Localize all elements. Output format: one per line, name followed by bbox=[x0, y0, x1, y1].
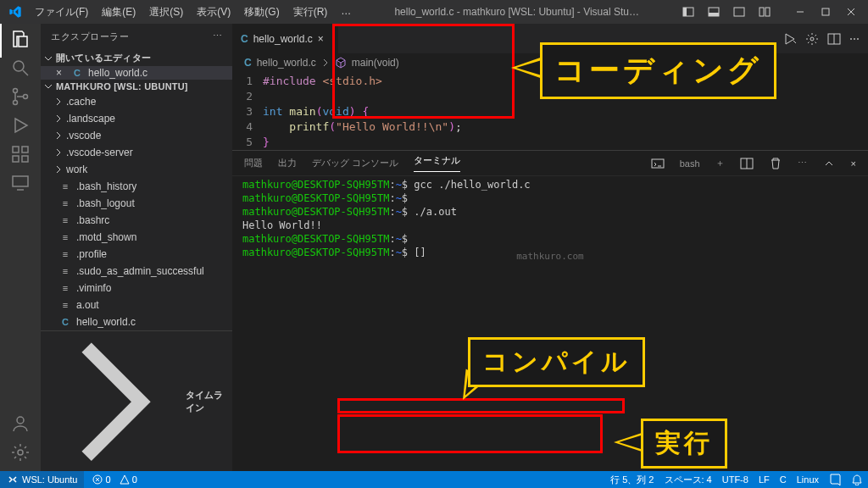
terminal[interactable]: mathkuro@DESKTOP-SQH95TM:~$ gcc ./hello_… bbox=[232, 176, 868, 265]
open-editor-item[interactable]: × C hello_world.c bbox=[41, 66, 232, 80]
bell-icon[interactable] bbox=[851, 474, 863, 485]
folder-item[interactable]: .landscape bbox=[41, 110, 232, 127]
timeline-section[interactable]: タイムライン bbox=[41, 330, 232, 473]
tab-label: hello_world.c bbox=[253, 33, 313, 45]
file-item[interactable]: ≡.profile bbox=[41, 246, 232, 263]
chevron-right-icon bbox=[54, 97, 63, 106]
status-warnings[interactable]: 0 bbox=[120, 474, 137, 485]
panel-tab-debug-console[interactable]: デバッグ コンソール bbox=[312, 157, 398, 169]
terminal-add-icon[interactable]: ＋ bbox=[715, 157, 725, 169]
search-icon[interactable] bbox=[10, 58, 31, 78]
tab-hello-world[interactable]: C hello_world.c × bbox=[232, 24, 339, 53]
gear-icon[interactable] bbox=[10, 442, 31, 463]
layout-customize-icon[interactable] bbox=[753, 3, 776, 20]
folder-item[interactable]: work bbox=[41, 161, 232, 178]
feedback-icon[interactable] bbox=[829, 474, 841, 485]
status-errors[interactable]: 0 bbox=[92, 474, 110, 485]
explorer-more-icon[interactable]: ⋯ bbox=[213, 30, 223, 43]
panel-tab-problems[interactable]: 問題 bbox=[244, 157, 263, 169]
close-icon[interactable]: × bbox=[318, 33, 330, 45]
layout-panel-bottom-icon[interactable] bbox=[702, 3, 726, 20]
svg-point-14 bbox=[14, 101, 18, 105]
svg-rect-19 bbox=[22, 147, 28, 152]
file-item[interactable]: ≡.motd_shown bbox=[41, 229, 232, 246]
breadcrumb-file: hello_world.c bbox=[257, 57, 316, 69]
status-bar: WSL: Ubuntu 0 0 行 5、列 2 スペース: 4 UTF-8 LF… bbox=[0, 471, 868, 488]
svg-point-23 bbox=[18, 450, 23, 455]
editor-more-icon[interactable]: ⋯ bbox=[849, 33, 860, 45]
run-debug-icon[interactable] bbox=[10, 115, 31, 136]
menu-select[interactable]: 選択(S) bbox=[143, 3, 189, 21]
activity-bar bbox=[0, 24, 41, 471]
window-close-icon[interactable] bbox=[839, 3, 863, 20]
folder-item[interactable]: .cache bbox=[41, 93, 232, 110]
menu-view[interactable]: 表示(V) bbox=[191, 3, 236, 21]
svg-point-13 bbox=[14, 89, 18, 93]
workspace-section[interactable]: MATHKURO [WSL: UBUNTU] bbox=[41, 80, 232, 93]
terminal-split-icon[interactable] bbox=[740, 157, 754, 170]
panel-close-icon[interactable]: × bbox=[851, 158, 856, 169]
menu-run[interactable]: 実行(R) bbox=[287, 3, 334, 21]
symbol-method-icon bbox=[335, 57, 347, 69]
layout-panel-right-icon[interactable] bbox=[727, 3, 751, 20]
explorer-sidebar: エクスプローラー ⋯ 開いているエディター × C hello_world.c … bbox=[41, 24, 232, 471]
file-icon: ≡ bbox=[59, 265, 71, 277]
menu-go[interactable]: 移動(G) bbox=[238, 3, 285, 21]
extensions-icon[interactable] bbox=[10, 144, 31, 164]
status-encoding[interactable]: UTF-8 bbox=[722, 474, 748, 485]
menu-edit[interactable]: 編集(E) bbox=[96, 3, 142, 21]
file-item[interactable]: ≡a.out bbox=[41, 297, 232, 313]
file-item[interactable]: ≡.bash_logout bbox=[41, 195, 232, 212]
title-bar: ファイル(F) 編集(E) 選択(S) 表示(V) 移動(G) 実行(R) … … bbox=[0, 0, 868, 24]
folder-item[interactable]: .vscode-server bbox=[41, 144, 232, 161]
status-eol[interactable]: LF bbox=[759, 474, 770, 485]
file-item[interactable]: ≡.bashrc bbox=[41, 212, 232, 229]
breadcrumb-symbol: main(void) bbox=[352, 57, 399, 69]
file-item[interactable]: Chello_world.c bbox=[41, 313, 232, 330]
gear-icon[interactable] bbox=[805, 32, 819, 46]
terminal-shell-icon[interactable] bbox=[651, 157, 665, 170]
split-editor-icon[interactable] bbox=[827, 32, 841, 46]
file-item[interactable]: ≡.viminfo bbox=[41, 280, 232, 297]
chevron-right-icon bbox=[54, 148, 63, 157]
open-editors-section[interactable]: 開いているエディター bbox=[41, 50, 232, 66]
c-file-icon: C bbox=[59, 316, 71, 328]
close-icon[interactable]: × bbox=[56, 67, 66, 79]
svg-rect-20 bbox=[13, 176, 28, 186]
remote-explorer-icon[interactable] bbox=[10, 173, 31, 193]
status-lang[interactable]: C bbox=[780, 474, 787, 485]
svg-point-15 bbox=[24, 95, 28, 99]
file-icon: ≡ bbox=[59, 180, 71, 192]
panel: 問題 出力 デバッグ コンソール ターミナル bash ＋ ⋯ × mathku… bbox=[232, 150, 868, 265]
folder-item[interactable]: .vscode bbox=[41, 127, 232, 144]
status-os[interactable]: Linux bbox=[797, 474, 819, 485]
panel-tab-output[interactable]: 出力 bbox=[278, 157, 297, 169]
window-maximize-icon[interactable] bbox=[814, 3, 837, 20]
explorer-icon[interactable] bbox=[10, 29, 31, 49]
c-file-icon: C bbox=[241, 33, 248, 45]
source-control-icon[interactable] bbox=[10, 86, 31, 107]
file-label: hello_world.c bbox=[88, 67, 147, 79]
menu-bar: ファイル(F) 編集(E) 選択(S) 表示(V) 移動(G) 実行(R) … bbox=[29, 3, 357, 21]
file-icon: ≡ bbox=[59, 214, 71, 226]
menu-more[interactable]: … bbox=[335, 3, 357, 21]
trash-icon[interactable] bbox=[769, 157, 782, 170]
chevron-right-icon bbox=[54, 165, 63, 174]
svg-point-24 bbox=[810, 37, 814, 41]
terminal-shell-label[interactable]: bash bbox=[680, 158, 700, 169]
svg-rect-17 bbox=[13, 156, 19, 162]
status-remote[interactable]: WSL: Ubuntu bbox=[0, 471, 84, 488]
layout-panel-left-icon[interactable] bbox=[676, 3, 700, 20]
run-icon[interactable] bbox=[783, 32, 797, 46]
status-spaces[interactable]: スペース: 4 bbox=[665, 474, 712, 486]
status-cursor[interactable]: 行 5、列 2 bbox=[610, 474, 654, 486]
panel-more-icon[interactable]: ⋯ bbox=[798, 158, 807, 169]
menu-file[interactable]: ファイル(F) bbox=[29, 3, 94, 21]
account-icon[interactable] bbox=[10, 413, 31, 434]
file-item[interactable]: ≡.bash_history bbox=[41, 178, 232, 195]
chevron-right-icon bbox=[321, 58, 330, 67]
panel-tab-terminal[interactable]: ターミナル bbox=[414, 154, 460, 172]
window-minimize-icon[interactable] bbox=[788, 3, 812, 20]
chevron-up-icon[interactable] bbox=[822, 157, 836, 170]
file-item[interactable]: ≡.sudo_as_admin_successful bbox=[41, 263, 232, 280]
